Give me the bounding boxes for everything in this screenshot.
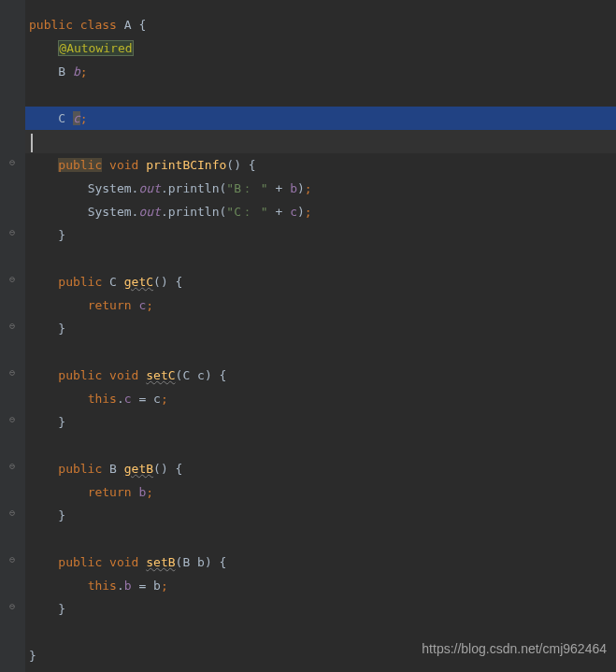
fold-icon[interactable]: ⊖ (6, 507, 19, 520)
code-line: public class A { (25, 13, 616, 36)
code-line: public void printBCInfo() { (25, 153, 616, 177)
fold-icon[interactable]: ⊖ (6, 320, 19, 333)
code-line: public C getC() { (25, 270, 616, 293)
fold-icon[interactable]: ⊖ (6, 366, 19, 379)
fold-icon[interactable]: ⊖ (6, 413, 19, 426)
code-line: return c; (25, 293, 616, 317)
code-line (25, 247, 616, 270)
code-line (25, 340, 616, 364)
code-line (25, 527, 616, 550)
code-line: public void setC(C c) { (25, 364, 616, 387)
code-line: this.c = c; (25, 387, 616, 410)
fold-icon[interactable]: ⊖ (6, 600, 19, 613)
code-line: } (25, 410, 616, 434)
code-line: } (25, 223, 616, 247)
fold-icon[interactable]: ⊖ (6, 156, 19, 169)
gutter: ⊖ ⊖ ⊖ ⊖ ⊖ ⊖ ⊖ ⊖ ⊖ ⊖ (0, 0, 25, 672)
code-line: System.out.println("C： " + c); (25, 200, 616, 223)
code-line: C c; (25, 107, 616, 130)
code-line: public B getB() { (25, 457, 616, 480)
code-line: } (25, 317, 616, 340)
code-line: } (25, 504, 616, 527)
code-line: System.out.println("B： " + b); (25, 177, 616, 200)
caret-icon (31, 134, 33, 152)
code-line: public void setB(B b) { (25, 550, 616, 574)
fold-icon[interactable]: ⊖ (6, 226, 19, 239)
code-line: @Autowired (25, 36, 616, 60)
code-line (25, 130, 616, 153)
watermark: https://blog.csdn.net/cmj962464 (422, 637, 607, 661)
code-line: this.b = b; (25, 574, 616, 597)
code-line (25, 434, 616, 457)
code-editor[interactable]: ⊖ ⊖ ⊖ ⊖ ⊖ ⊖ ⊖ ⊖ ⊖ ⊖ public class A { @Au… (0, 0, 616, 672)
code-line: return b; (25, 480, 616, 504)
fold-icon[interactable]: ⊖ (6, 460, 19, 473)
fold-icon[interactable]: ⊖ (6, 273, 19, 286)
code-area[interactable]: public class A { @Autowired B b; C c; pu… (25, 0, 616, 672)
fold-icon[interactable]: ⊖ (6, 553, 19, 566)
code-line (25, 83, 616, 107)
code-line: B b; (25, 60, 616, 83)
code-line: } (25, 597, 616, 621)
